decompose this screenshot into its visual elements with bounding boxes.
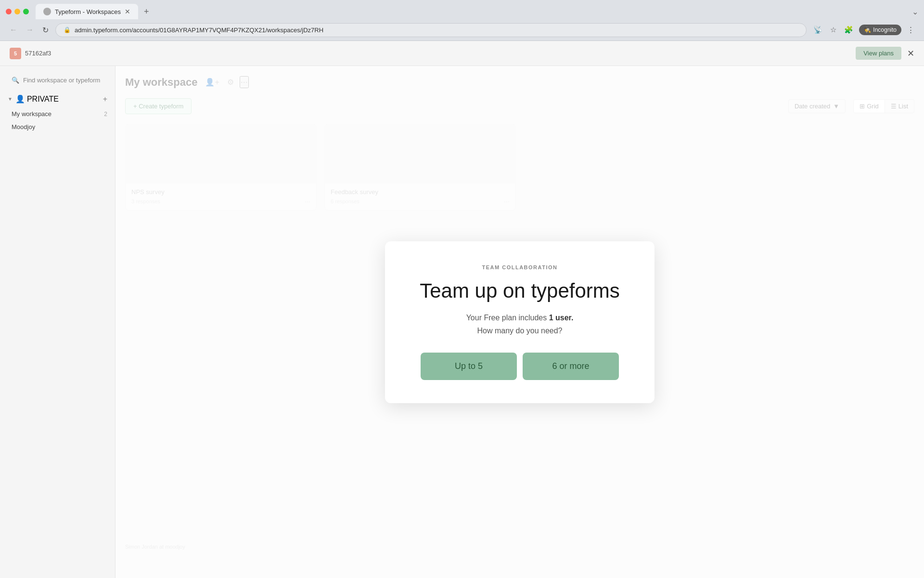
- extensions-btn[interactable]: 🧩: [842, 24, 855, 36]
- reload-btn[interactable]: ↻: [40, 24, 51, 37]
- url-bar[interactable]: 🔒 admin.typeform.com/accounts/01G8AYRAP1…: [55, 23, 807, 37]
- modal-card: TEAM COLLABORATION Team up on typeforms …: [385, 241, 654, 403]
- close-window-btn[interactable]: [6, 9, 12, 14]
- minimize-window-btn[interactable]: [14, 9, 20, 14]
- window-controls: [6, 9, 29, 14]
- browser-actions: 📡 ☆ 🧩 🕵 Incognito ⋮: [811, 24, 916, 36]
- maximize-window-btn[interactable]: [23, 9, 29, 14]
- sidebar-item-label: Moodjoy: [12, 123, 35, 131]
- modal-subtitle-2: How many do you need?: [414, 327, 626, 335]
- tab-extra-btn[interactable]: ⌄: [912, 7, 918, 16]
- sidebar-item-my-workspace[interactable]: My workspace 2: [0, 107, 115, 120]
- modal-title: Team up on typeforms: [414, 280, 626, 302]
- sidebar-section-private: ▼ 👤 PRIVATE +: [0, 92, 115, 105]
- main-layout: 🔍 Find workspace or typeform ▼ 👤 PRIVATE…: [0, 66, 924, 578]
- app-container: 5 57162af3 View plans ✕ 🔍 Find workspace…: [0, 41, 924, 578]
- modal-subtitle: Your Free plan includes 1 user.: [414, 312, 626, 324]
- 6-or-more-btn[interactable]: 6 or more: [523, 353, 619, 380]
- sidebar-add-btn[interactable]: +: [103, 95, 107, 104]
- modal-tag: TEAM COLLABORATION: [414, 264, 626, 270]
- incognito-badge: 🕵 Incognito: [859, 25, 901, 35]
- chevron-down-icon: ▼: [8, 96, 13, 102]
- modal-subtitle-bold: 1 user.: [549, 314, 574, 322]
- browser-tab-active[interactable]: Typeform - Workspaces ✕: [36, 4, 138, 19]
- section-private-label: PRIVATE: [27, 95, 59, 104]
- sidebar-item-label: My workspace: [12, 110, 51, 118]
- modal-buttons: Up to 5 6 or more: [414, 353, 626, 380]
- menu-btn[interactable]: ⋮: [905, 24, 916, 36]
- sidebar: 🔍 Find workspace or typeform ▼ 👤 PRIVATE…: [0, 66, 116, 578]
- top-bar: 5 57162af3 View plans ✕: [0, 41, 924, 66]
- incognito-label: Incognito: [873, 26, 897, 33]
- back-btn[interactable]: ←: [8, 24, 19, 36]
- bookmark-btn[interactable]: ☆: [828, 24, 838, 36]
- tab-bar: Typeform - Workspaces ✕ + ⌄: [0, 0, 924, 19]
- search-placeholder-text: Find workspace or typeform: [23, 77, 100, 84]
- sidebar-search[interactable]: 🔍 Find workspace or typeform: [4, 74, 111, 87]
- sidebar-item-count: 2: [104, 111, 107, 118]
- content-area: My workspace 👤+ ⚙ ··· + Create typeform …: [116, 66, 924, 578]
- search-icon: 🔍: [12, 77, 19, 84]
- workspace-id: 57162af3: [25, 50, 51, 57]
- tab-favicon: [43, 8, 51, 15]
- address-bar: ← → ↻ 🔒 admin.typeform.com/accounts/01G8…: [0, 19, 924, 40]
- tab-title: Typeform - Workspaces: [55, 8, 121, 15]
- cast-btn[interactable]: 📡: [811, 24, 824, 36]
- new-tab-btn[interactable]: +: [140, 5, 153, 19]
- tab-close-btn[interactable]: ✕: [125, 8, 130, 15]
- up-to-5-btn[interactable]: Up to 5: [421, 353, 517, 380]
- modal-overlay: TEAM COLLABORATION Team up on typeforms …: [116, 66, 924, 578]
- browser-chrome: Typeform - Workspaces ✕ + ⌄ ← → ↻ 🔒 admi…: [0, 0, 924, 41]
- modal-subtitle-text1: Your Free plan includes: [466, 314, 549, 322]
- sidebar-item-moodjoy[interactable]: Moodjoy: [0, 120, 115, 133]
- person-icon: 👤: [15, 94, 25, 104]
- view-plans-btn[interactable]: View plans: [856, 47, 901, 60]
- sidebar-section-label: 👤 PRIVATE: [15, 94, 59, 104]
- incognito-icon: 🕵: [864, 26, 871, 33]
- url-text: admin.typeform.com/accounts/01G8AYRAP1MY…: [75, 26, 323, 34]
- forward-btn[interactable]: →: [24, 24, 36, 36]
- lock-icon: 🔒: [64, 26, 71, 33]
- top-close-btn[interactable]: ✕: [907, 48, 914, 59]
- workspace-badge: 5: [10, 48, 21, 59]
